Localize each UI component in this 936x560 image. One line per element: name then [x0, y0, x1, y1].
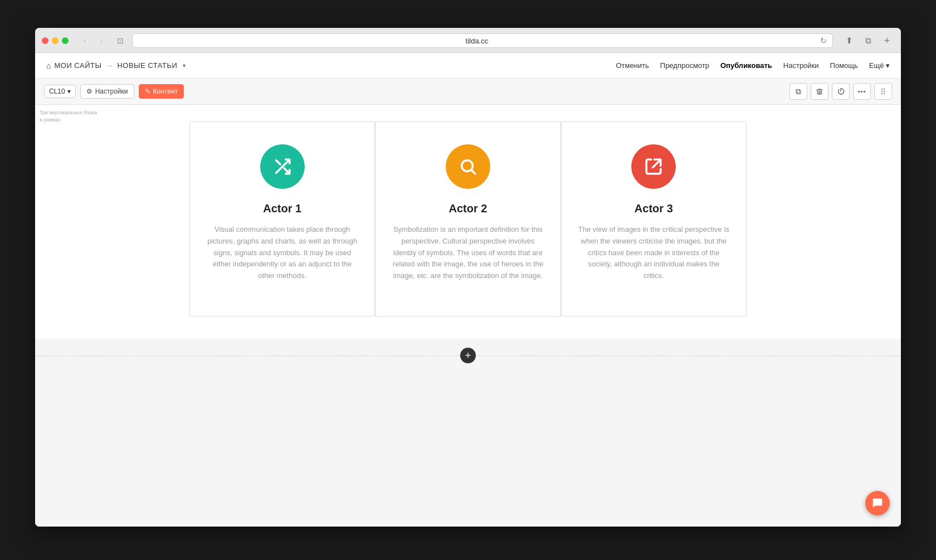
drag-handle-button[interactable] [874, 83, 892, 100]
settings-label: Настройки [95, 87, 128, 95]
delete-block-button[interactable] [811, 83, 828, 100]
nav-buttons: ‹ › [77, 35, 109, 46]
forward-button[interactable]: › [94, 35, 109, 46]
browser-actions: ⬆ ⧉ + [842, 35, 894, 46]
cards-grid: Actor 1 Visual communication takes place… [189, 121, 747, 316]
card1-title: Actor 1 [263, 202, 301, 215]
add-block-row: + [35, 339, 901, 372]
new-tab-button[interactable]: + [880, 35, 894, 46]
address-bar[interactable]: tilda.cc ↻ [132, 33, 833, 48]
nav-arrow-separator: → [106, 62, 113, 70]
settings-nav-button[interactable]: Настройки [783, 59, 819, 72]
cancel-button[interactable]: Отменить [616, 59, 649, 72]
main-content: Три вертикальных блока в рамках Actor 1 [35, 105, 901, 527]
copy-block-button[interactable]: ⧉ [789, 83, 807, 100]
card2-title: Actor 2 [449, 202, 488, 215]
top-nav-left: ⌂ МОИ САЙТЫ → НОВЫЕ СТАТЬИ ▾ [46, 61, 616, 70]
card2-text: Symbolization is an important definition… [392, 224, 543, 282]
svg-point-2 [881, 91, 883, 92]
card3-text: The view of images in the critical persp… [578, 224, 729, 282]
card1-icon-circle [260, 144, 305, 189]
gear-icon: ⚙ [86, 87, 92, 95]
content-label: Контент [153, 87, 178, 95]
toolbar: CL10 ▾ ⚙ Настройки ✎ Контент ⧉ [35, 79, 901, 105]
browser-chrome: ‹ › ⊡ tilda.cc ↻ ⬆ ⧉ + [35, 28, 901, 53]
my-sites-link[interactable]: МОИ САЙТЫ [54, 61, 101, 70]
traffic-light-yellow[interactable] [52, 37, 58, 44]
svg-point-5 [884, 93, 885, 94]
more-block-button[interactable]: ••• [853, 83, 871, 100]
svg-point-0 [881, 89, 883, 90]
settings-toolbar-button[interactable]: ⚙ Настройки [80, 84, 134, 99]
top-nav: ⌂ МОИ САЙТЫ → НОВЫЕ СТАТЬИ ▾ Отменить Пр… [35, 53, 901, 79]
toolbar-left: CL10 ▾ ⚙ Настройки ✎ Контент [44, 84, 184, 99]
card-actor3: Actor 3 The view of images in the critic… [561, 121, 747, 316]
traffic-lights [42, 37, 69, 44]
reload-icon: ↻ [820, 36, 827, 45]
add-block-button[interactable]: + [460, 348, 476, 363]
card3-title: Actor 3 [635, 202, 673, 215]
home-icon[interactable]: ⌂ [46, 61, 51, 70]
traffic-light-green[interactable] [62, 37, 69, 44]
svg-point-4 [881, 93, 883, 94]
block-type-label: CL10 [49, 87, 65, 95]
shuffle-icon [273, 157, 292, 176]
top-nav-right: Отменить Предпросмотр Опубликовать Настр… [616, 59, 890, 72]
more-button[interactable]: Ещё ▾ [869, 59, 890, 72]
card2-icon-circle [446, 144, 490, 189]
app-content: ⌂ МОИ САЙТЫ → НОВЫЕ СТАТЬИ ▾ Отменить Пр… [35, 53, 901, 527]
content-toolbar-button[interactable]: ✎ Контент [139, 84, 184, 99]
search-icon [459, 157, 477, 176]
chat-button[interactable] [865, 491, 890, 515]
nav-dropdown-icon[interactable]: ▾ [183, 62, 186, 69]
card1-text: Visual communication takes place through… [207, 224, 358, 282]
power-block-button[interactable] [832, 83, 850, 100]
traffic-light-red[interactable] [42, 37, 48, 44]
share-icon [644, 157, 663, 176]
card3-icon-circle [631, 144, 676, 189]
new-articles-link[interactable]: НОВЫЕ СТАТЬИ [117, 61, 177, 70]
browser-window: ‹ › ⊡ tilda.cc ↻ ⬆ ⧉ + ⌂ МОИ САЙТЫ → НОВ… [35, 28, 901, 527]
duplicate-browser-button[interactable]: ⧉ [861, 35, 875, 46]
card-actor2: Actor 2 Symbolization is an important de… [375, 121, 560, 316]
publish-button[interactable]: Опубликовать [720, 59, 772, 72]
back-button[interactable]: ‹ [77, 35, 92, 46]
edit-icon: ✎ [145, 87, 150, 95]
share-browser-button[interactable]: ⬆ [842, 35, 856, 46]
window-mode-button[interactable]: ⊡ [113, 35, 128, 46]
card-actor1: Actor 1 Visual communication takes place… [189, 121, 375, 316]
block-header-label: Три вертикальных блока в рамках [40, 109, 97, 123]
block-type-badge[interactable]: CL10 ▾ [44, 85, 76, 98]
svg-point-3 [884, 91, 885, 92]
badge-dropdown-arrow: ▾ [67, 87, 71, 95]
preview-button[interactable]: Предпросмотр [660, 59, 709, 72]
svg-point-1 [884, 89, 885, 90]
toolbar-right: ⧉ ••• [789, 83, 892, 100]
content-block: Три вертикальных блока в рамках Actor 1 [35, 105, 901, 339]
url-text: tilda.cc [138, 37, 816, 45]
help-button[interactable]: Помощь [830, 59, 858, 72]
